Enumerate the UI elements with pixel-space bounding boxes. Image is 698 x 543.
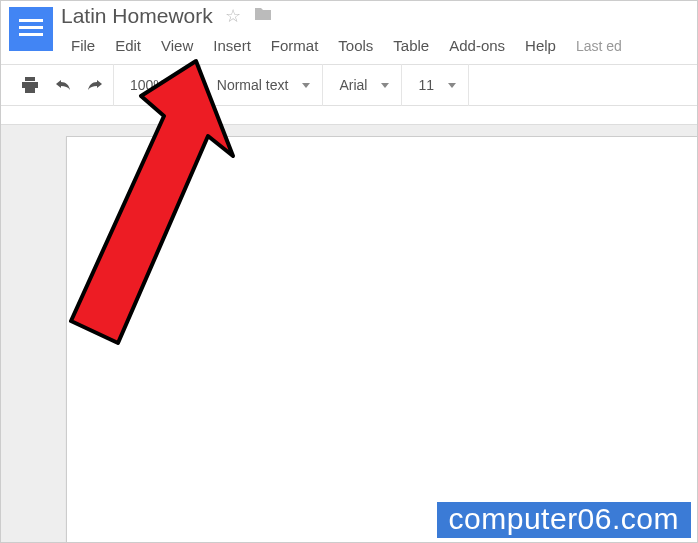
print-button[interactable] <box>13 64 47 106</box>
document-page[interactable] <box>66 136 698 543</box>
star-icon[interactable]: ☆ <box>225 5 241 27</box>
redo-button[interactable] <box>79 64 111 106</box>
chevron-down-icon <box>302 83 310 88</box>
chevron-down-icon <box>381 83 389 88</box>
chevron-down-icon <box>448 83 456 88</box>
font-size-value: 11 <box>414 77 438 93</box>
docs-logo[interactable] <box>9 7 53 51</box>
menu-file[interactable]: File <box>61 33 105 58</box>
toolbar: 100% Normal text Arial 11 <box>1 64 697 106</box>
menu-insert[interactable]: Insert <box>203 33 261 58</box>
menu-help[interactable]: Help <box>515 33 566 58</box>
chevron-down-icon <box>180 83 188 88</box>
toolbar-separator <box>468 64 469 106</box>
font-family-value: Arial <box>335 77 371 93</box>
paragraph-style-select[interactable]: Normal text <box>203 64 321 106</box>
toolbar-separator <box>401 64 402 106</box>
document-title[interactable]: Latin Homework <box>61 4 213 28</box>
menu-format[interactable]: Format <box>261 33 329 58</box>
menu-tools[interactable]: Tools <box>328 33 383 58</box>
zoom-value: 100% <box>126 77 170 93</box>
zoom-select[interactable]: 100% <box>116 64 198 106</box>
toolbar-separator <box>200 64 201 106</box>
last-edit-status: Last ed <box>566 38 622 54</box>
watermark: computer06.com <box>437 502 691 538</box>
menu-view[interactable]: View <box>151 33 203 58</box>
folder-icon[interactable] <box>253 6 273 27</box>
font-size-select[interactable]: 11 <box>404 64 466 106</box>
menu-bar: File Edit View Insert Format Tools Table… <box>61 33 697 58</box>
toolbar-separator <box>113 64 114 106</box>
toolbar-separator <box>322 64 323 106</box>
menu-edit[interactable]: Edit <box>105 33 151 58</box>
undo-button[interactable] <box>47 64 79 106</box>
menu-table[interactable]: Table <box>383 33 439 58</box>
font-family-select[interactable]: Arial <box>325 64 399 106</box>
horizontal-ruler[interactable] <box>1 109 697 125</box>
paragraph-style-value: Normal text <box>213 77 293 93</box>
menu-addons[interactable]: Add-ons <box>439 33 515 58</box>
